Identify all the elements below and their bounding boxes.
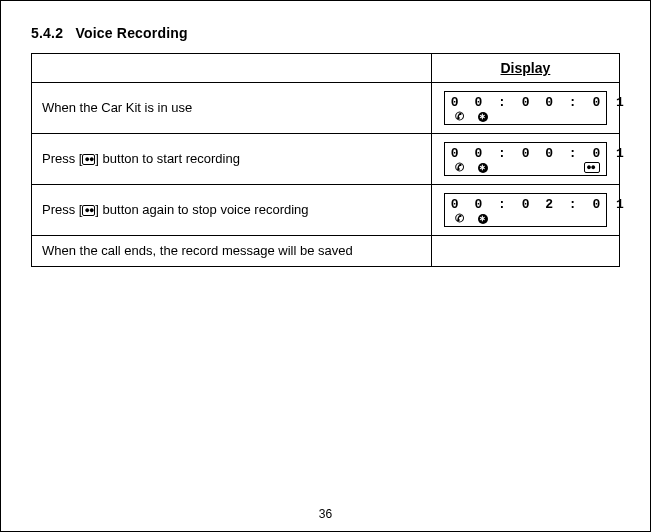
instruction-cell: Press [] button to start recording <box>32 134 432 185</box>
lcd-display: 0 0 : 0 0 : 0 1 <box>444 142 607 176</box>
instruction-cell: When the Car Kit is in use <box>32 83 432 134</box>
call-icon <box>455 111 464 122</box>
lcd-icon-row <box>451 161 600 173</box>
display-cell <box>431 236 619 267</box>
bluetooth-icon <box>478 112 488 122</box>
instruction-prefix: Press [ <box>42 151 82 166</box>
lcd-icon-row <box>451 110 600 122</box>
record-button-icon <box>82 205 95 216</box>
instruction-cell: When the call ends, the record message w… <box>32 236 432 267</box>
call-icon <box>455 162 464 173</box>
section-title-text: Voice Recording <box>75 25 187 41</box>
instruction-suffix: ] button again to stop voice recording <box>95 202 308 217</box>
display-cell: 0 0 : 0 2 : 0 1 <box>431 185 619 236</box>
instruction-prefix: Press [ <box>42 202 82 217</box>
section-number: 5.4.2 <box>31 25 63 41</box>
page-number: 36 <box>1 507 650 521</box>
table-row: When the call ends, the record message w… <box>32 236 620 267</box>
table-header-empty <box>32 54 432 83</box>
call-icon <box>455 213 464 224</box>
section-heading: 5.4.2 Voice Recording <box>31 25 620 41</box>
lcd-time: 0 0 : 0 0 : 0 1 <box>451 95 600 110</box>
record-button-icon <box>82 154 95 165</box>
lcd-time: 0 0 : 0 2 : 0 1 <box>451 197 600 212</box>
instruction-cell: Press [] button again to stop voice reco… <box>32 185 432 236</box>
lcd-display: 0 0 : 0 2 : 0 1 <box>444 193 607 227</box>
bluetooth-icon <box>478 214 488 224</box>
table-row: Press [] button again to stop voice reco… <box>32 185 620 236</box>
display-cell: 0 0 : 0 0 : 0 1 <box>431 134 619 185</box>
bluetooth-icon <box>478 163 488 173</box>
table-row: When the Car Kit is in use 0 0 : 0 0 : 0… <box>32 83 620 134</box>
table-header-display: Display <box>431 54 619 83</box>
table-header-row: Display <box>32 54 620 83</box>
tape-icon <box>584 162 600 173</box>
lcd-display: 0 0 : 0 0 : 0 1 <box>444 91 607 125</box>
lcd-icon-row <box>451 212 600 224</box>
lcd-time: 0 0 : 0 0 : 0 1 <box>451 146 600 161</box>
instruction-text: When the Car Kit is in use <box>42 100 192 115</box>
instruction-suffix: ] button to start recording <box>95 151 240 166</box>
display-cell: 0 0 : 0 0 : 0 1 <box>431 83 619 134</box>
instruction-text: When the call ends, the record message w… <box>42 243 353 258</box>
voice-recording-table: Display When the Car Kit is in use 0 0 :… <box>31 53 620 267</box>
manual-page: 5.4.2 Voice Recording Display When the C… <box>0 0 651 532</box>
table-row: Press [] button to start recording 0 0 :… <box>32 134 620 185</box>
